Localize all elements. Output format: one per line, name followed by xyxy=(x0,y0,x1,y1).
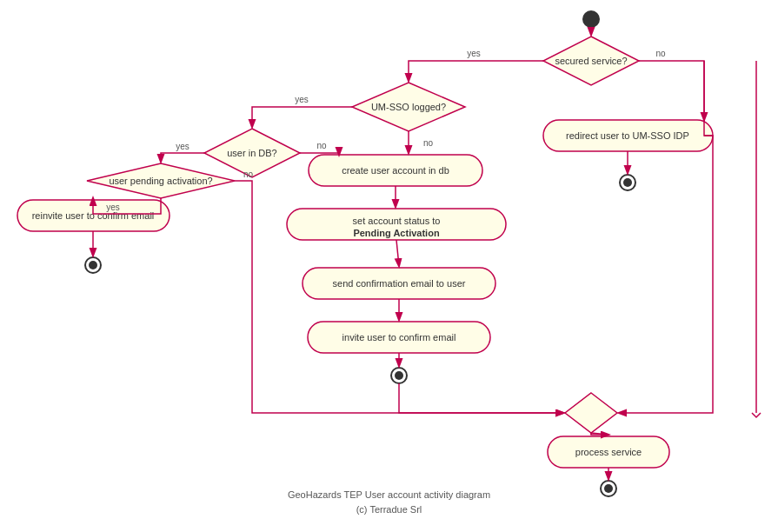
set-status-label2: Pending Activation xyxy=(353,228,439,238)
label-no-userindb: no xyxy=(316,141,327,150)
set-status-label1: set account status to xyxy=(353,216,441,226)
label-no-secured: no xyxy=(655,49,666,58)
secured-service-label: secured service? xyxy=(555,56,627,66)
label-no-umsso: no xyxy=(423,138,434,148)
user-in-db-label: user in DB? xyxy=(227,148,276,158)
footer: GeoHazards TEP User account activity dia… xyxy=(288,488,490,516)
send-email-label: send confirmation email to user xyxy=(333,278,466,289)
user-pending-label: user pending activation? xyxy=(109,176,212,186)
label-yes-userindb: yes xyxy=(176,142,190,151)
umsso-logged-label: UM-SSO logged? xyxy=(371,102,446,112)
invite-label: invite user to confirm email xyxy=(342,332,456,342)
label-no-pending: no xyxy=(243,170,254,179)
end4-inner xyxy=(604,484,613,493)
end3-inner xyxy=(395,371,403,380)
footer-subtitle: (c) Terradue Srl xyxy=(356,504,422,515)
start-node xyxy=(582,10,600,28)
end2-inner xyxy=(623,178,632,187)
label-yes-pending: yes xyxy=(106,203,120,212)
end1-inner xyxy=(89,261,97,269)
label-yes-secured: yes xyxy=(467,49,481,58)
label-yes-umsso: yes xyxy=(295,95,309,104)
process-service-label: process service xyxy=(575,447,642,457)
redirect-label: redirect user to UM-SSO IDP xyxy=(566,130,689,141)
footer-title: GeoHazards TEP User account activity dia… xyxy=(288,489,490,500)
create-user-label: create user account in db xyxy=(342,165,449,176)
